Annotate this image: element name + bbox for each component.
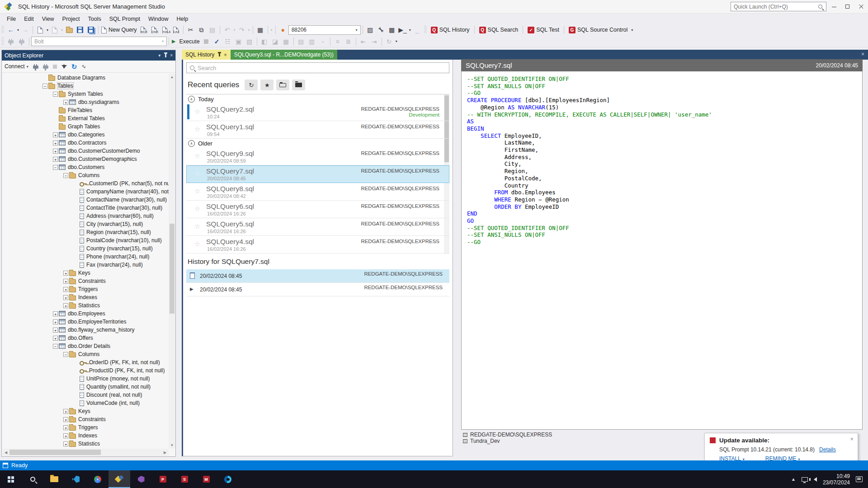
- tree-item-dbo-order-details[interactable]: −dbo.Order Details: [2, 342, 169, 350]
- star-icon[interactable]: ☆: [194, 205, 200, 213]
- toolbar2-overflow-dropdown[interactable]: ▾: [395, 39, 398, 43]
- results-to-file-button[interactable]: ▫: [317, 37, 328, 47]
- tree-item-dbo-customers[interactable]: −dbo.Customers: [2, 163, 169, 171]
- tree-item-postalcode-nvarchar-10-null[interactable]: PostalCode (nvarchar(10), null): [2, 236, 169, 244]
- tree-item-graph-tables[interactable]: Graph Tables: [2, 122, 169, 131]
- tree-item-keys[interactable]: +Keys: [2, 407, 169, 415]
- expand-icon[interactable]: +: [63, 279, 68, 284]
- tree-item-external-tables[interactable]: External Tables: [2, 114, 169, 122]
- favorites-filter-button[interactable]: ★: [260, 80, 274, 90]
- intellisense-button[interactable]: ▧: [244, 37, 255, 47]
- network-icon[interactable]: [802, 477, 808, 482]
- menu-window[interactable]: Window: [144, 14, 172, 23]
- add-item-dropdown[interactable]: ▾: [60, 28, 64, 32]
- tree-item-statistics[interactable]: +Statistics: [2, 301, 169, 310]
- close-icon[interactable]: ×: [224, 52, 226, 57]
- redo-button[interactable]: ↷: [236, 25, 247, 35]
- volume-icon[interactable]: [814, 477, 817, 482]
- tree-item-tables[interactable]: −Tables: [2, 82, 169, 90]
- chevron-down-icon[interactable]: ▾: [158, 53, 160, 58]
- collapse-icon[interactable]: ∧: [188, 140, 195, 147]
- tree-item-dbo-employeeterritories[interactable]: +dbo.EmployeeTerritories: [2, 318, 169, 326]
- tree-item-system-tables[interactable]: −System Tables: [2, 90, 169, 98]
- collapse-icon[interactable]: −: [63, 173, 68, 178]
- tree-item-dbo-offers[interactable]: +dbo.Offers: [2, 334, 169, 342]
- tree-item-constraints[interactable]: +Constraints: [2, 277, 169, 285]
- expand-icon[interactable]: +: [53, 157, 58, 162]
- star-icon[interactable]: ☆: [194, 187, 200, 195]
- scroll-up-arrow[interactable]: ▲: [169, 74, 175, 80]
- close-icon[interactable]: ×: [850, 436, 854, 442]
- collapse-icon[interactable]: −: [53, 344, 58, 349]
- maximize-button[interactable]: [841, 0, 854, 13]
- connect-button[interactable]: Connect: [5, 63, 28, 70]
- search-taskbar-icon[interactable]: [22, 470, 43, 488]
- connect-server-icon[interactable]: [33, 66, 38, 69]
- tree-item-phone-nvarchar-24-null[interactable]: Phone (nvarchar(24), null): [2, 253, 169, 261]
- collapse-icon[interactable]: −: [42, 84, 47, 89]
- tree-item-dbo-flyway-schema-history[interactable]: +dbo.flyway_schema_history: [2, 326, 169, 334]
- tree-item-volumecode-int-null[interactable]: VolumeCode (int, null): [2, 399, 169, 407]
- collapse-icon[interactable]: −: [53, 165, 58, 170]
- minimize-button[interactable]: [827, 0, 841, 13]
- play-icon[interactable]: ▶: [190, 286, 193, 291]
- visual-studio-taskbar-icon[interactable]: [130, 470, 152, 488]
- actual-plan-button[interactable]: ◧: [259, 37, 270, 47]
- group-header-older[interactable]: ∧Older: [186, 139, 449, 148]
- tree-item-triggers[interactable]: +Triggers: [2, 285, 169, 293]
- star-icon[interactable]: ☆: [194, 169, 200, 178]
- expand-icon[interactable]: +: [63, 295, 68, 300]
- file-explorer-taskbar-icon[interactable]: [43, 470, 65, 488]
- menu-edit[interactable]: Edit: [20, 14, 38, 23]
- tree-item-indexes[interactable]: +Indexes: [2, 432, 169, 440]
- expand-icon[interactable]: +: [53, 336, 58, 341]
- star-icon[interactable]: ☆: [194, 222, 200, 230]
- disconnect-server-icon[interactable]: [43, 66, 48, 69]
- scroll-right-arrow[interactable]: ▶: [161, 449, 169, 456]
- generate-scripts-button[interactable]: ▦: [255, 25, 266, 35]
- expand-icon[interactable]: +: [53, 132, 58, 137]
- change-connection-button[interactable]: [16, 37, 27, 47]
- tree-item-columns[interactable]: −Columns: [2, 171, 169, 179]
- expand-icon[interactable]: +: [53, 328, 58, 333]
- tree-item-unitprice-money-not-null[interactable]: UnitPrice (money, not null): [2, 375, 169, 383]
- sql-search-taskbar-icon[interactable]: S: [174, 470, 195, 488]
- expand-icon[interactable]: +: [63, 271, 68, 276]
- wrench-icon[interactable]: 🔧︎: [376, 25, 387, 35]
- sql-test-button[interactable]: ✓SQL Test: [525, 25, 562, 35]
- new-xmla-query-button[interactable]: XMLA: [160, 25, 170, 35]
- search-input[interactable]: [198, 65, 446, 71]
- new-project-button[interactable]: [35, 25, 46, 35]
- tree-item-columns[interactable]: −Columns: [2, 350, 169, 358]
- cancel-query-button[interactable]: [201, 37, 212, 47]
- tree-item-dbo-employees[interactable]: +dbo.Employees: [2, 310, 169, 318]
- menu-tools[interactable]: Tools: [84, 14, 105, 23]
- star-icon[interactable]: ☆: [194, 125, 200, 133]
- expand-icon[interactable]: +: [53, 141, 58, 145]
- save-all-button[interactable]: [85, 25, 96, 35]
- expand-icon[interactable]: +: [63, 409, 68, 414]
- tab-sql-history[interactable]: SQL History ×: [182, 50, 231, 60]
- query-item-sqlquery2-sql[interactable]: ☆SQLQuery2.sql10:24REDGATE-DEMO\SQLEXPRE…: [186, 103, 449, 121]
- tree-horizontal-scrollbar[interactable]: ◀ ▶: [2, 449, 169, 456]
- chrome-taskbar-icon[interactable]: [87, 470, 108, 488]
- new-project-dropdown[interactable]: ▾: [46, 28, 49, 32]
- menu-file[interactable]: File: [3, 14, 20, 23]
- session-combo[interactable]: 88206 ▾: [288, 25, 361, 35]
- execution-plan-button[interactable]: ▨: [365, 25, 376, 35]
- pin-icon[interactable]: [165, 54, 166, 57]
- query-item-sqlquery4-sql[interactable]: ☆SQLQuery4.sql16/02/2024 16:26REDGATE-DE…: [186, 236, 449, 253]
- tree-item-triggers[interactable]: +Triggers: [2, 423, 169, 432]
- expand-icon[interactable]: +: [53, 149, 58, 154]
- query-item-sqlquery6-sql[interactable]: ☆SQLQuery6.sql16/02/2024 16:26REDGATE-DE…: [186, 201, 449, 218]
- increase-indent-button[interactable]: ⇥: [369, 37, 380, 47]
- quick-launch-input[interactable]: [731, 4, 818, 10]
- client-stats-button[interactable]: ▦: [281, 37, 292, 47]
- tree-item-quantity-smallint-not-null[interactable]: Quantity (smallint, not null): [2, 383, 169, 391]
- tree-item-address-nvarchar-60-null[interactable]: Address (nvarchar(60), null): [2, 212, 169, 220]
- menu-sql-prompt[interactable]: SQL Prompt: [105, 14, 144, 23]
- tree-item-companyname-nvarchar-40-not-null[interactable]: CompanyName (nvarchar(40), not null): [2, 188, 169, 196]
- navigate-back-dropdown[interactable]: ▾: [16, 28, 20, 32]
- tree-item-filetables[interactable]: FileTables: [2, 106, 169, 114]
- quick-launch-box[interactable]: [731, 2, 826, 11]
